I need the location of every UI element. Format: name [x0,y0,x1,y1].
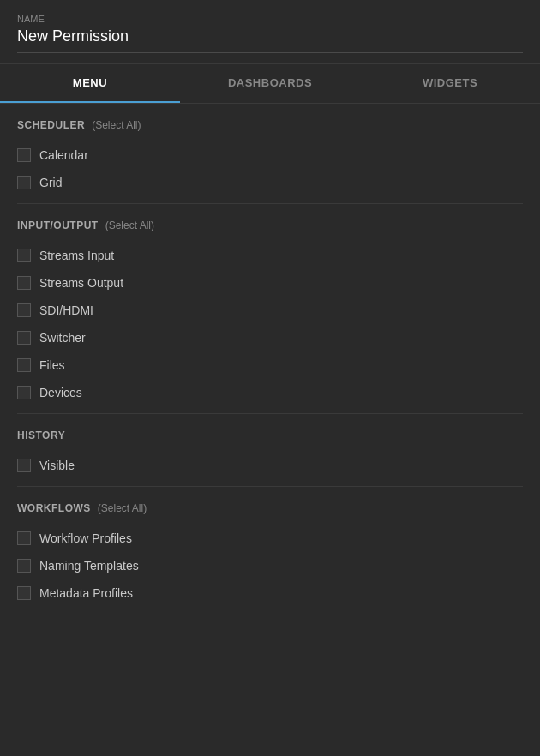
checkbox-metadata-profiles[interactable] [17,586,31,600]
checkbox-item-grid[interactable]: Grid [17,169,523,196]
label-streams-input: Streams Input [39,249,114,262]
workflows-section: WORKFLOWS (Select All) Workflow Profiles… [17,487,523,614]
inputoutput-section: INPUT/OUTPUT (Select All) Streams Input … [17,204,523,414]
checkbox-naming-templates[interactable] [17,559,31,573]
label-workflow-profiles: Workflow Profiles [39,531,132,545]
checkbox-sdi-hdmi[interactable] [17,303,31,317]
checkbox-switcher[interactable] [17,331,31,345]
label-grid: Grid [39,176,62,189]
label-calendar: Calendar [39,148,88,162]
history-header: HISTORY [17,429,523,441]
checkbox-item-workflow-profiles[interactable]: Workflow Profiles [17,525,523,552]
checkbox-item-switcher[interactable]: Switcher [17,324,523,351]
tab-widgets[interactable]: WIDGETS [360,64,540,103]
label-streams-output: Streams Output [39,276,123,290]
checkbox-workflow-profiles[interactable] [17,531,31,545]
tab-dashboards[interactable]: DASHBOARDS [180,64,360,103]
label-metadata-profiles: Metadata Profiles [39,586,133,600]
label-sdi-hdmi: SDI/HDMI [39,303,93,317]
workflows-title: WORKFLOWS [17,502,91,514]
checkbox-item-streams-input[interactable]: Streams Input [17,242,523,269]
scheduler-section: SCHEDULER (Select All) Calendar Grid [17,104,523,204]
workflows-select-all[interactable]: (Select All) [98,502,147,514]
checkbox-item-visible[interactable]: Visible [17,452,523,479]
checkbox-item-calendar[interactable]: Calendar [17,141,523,169]
label-visible: Visible [39,459,75,472]
tab-menu[interactable]: MENU [0,64,180,103]
checkbox-devices[interactable] [17,386,31,399]
scheduler-select-all[interactable]: (Select All) [92,119,141,131]
name-section: Name New Permission [0,0,540,64]
label-switcher: Switcher [39,331,86,345]
history-title: HISTORY [17,429,65,441]
label-naming-templates: Naming Templates [39,559,139,573]
label-devices: Devices [39,386,82,399]
tabs-container: MENU DASHBOARDS WIDGETS [0,64,540,104]
checkbox-item-files[interactable]: Files [17,351,523,379]
checkbox-visible[interactable] [17,459,31,472]
inputoutput-select-all[interactable]: (Select All) [105,219,154,231]
name-value: New Permission [17,27,523,53]
workflows-header: WORKFLOWS (Select All) [17,502,523,514]
checkbox-calendar[interactable] [17,148,31,162]
checkbox-item-sdi-hdmi[interactable]: SDI/HDMI [17,297,523,324]
scheduler-header: SCHEDULER (Select All) [17,119,523,131]
inputoutput-title: INPUT/OUTPUT [17,219,99,231]
checkbox-item-naming-templates[interactable]: Naming Templates [17,552,523,579]
label-files: Files [39,358,65,372]
checkbox-item-devices[interactable]: Devices [17,379,523,406]
checkbox-item-metadata-profiles[interactable]: Metadata Profiles [17,579,523,607]
checkbox-streams-input[interactable] [17,249,31,262]
checkbox-files[interactable] [17,358,31,372]
history-section: HISTORY Visible [17,414,523,487]
name-label: Name [17,14,523,24]
content-area: SCHEDULER (Select All) Calendar Grid INP… [0,104,540,614]
scheduler-title: SCHEDULER [17,119,85,131]
checkbox-grid[interactable] [17,176,31,189]
inputoutput-header: INPUT/OUTPUT (Select All) [17,219,523,231]
checkbox-item-streams-output[interactable]: Streams Output [17,269,523,297]
checkbox-streams-output[interactable] [17,276,31,290]
